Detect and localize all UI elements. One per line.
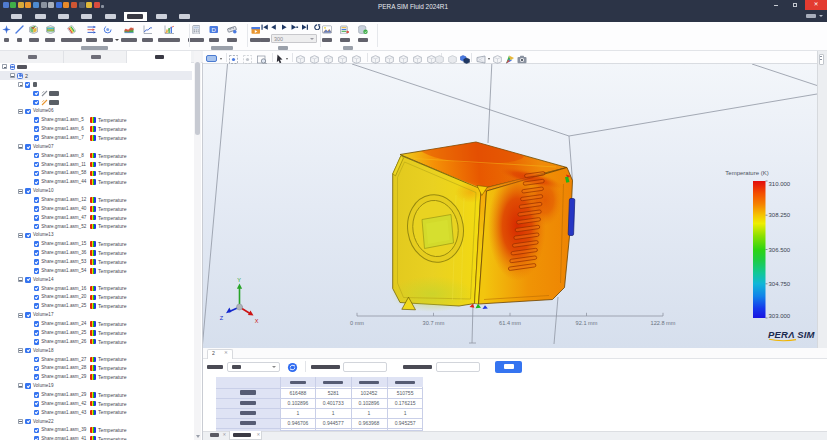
svg-text:Y: Y bbox=[237, 277, 241, 283]
svg-text:PERΛ SIM: PERΛ SIM bbox=[768, 329, 816, 340]
svg-text:306.500: 306.500 bbox=[769, 247, 791, 253]
svg-text:304.750: 304.750 bbox=[769, 281, 791, 287]
svg-text:X: X bbox=[255, 318, 259, 324]
svg-text:0 mm: 0 mm bbox=[350, 320, 364, 326]
svg-text:310.000: 310.000 bbox=[769, 181, 791, 187]
svg-text:D: D bbox=[212, 27, 217, 33]
svg-text:Temperature (K): Temperature (K) bbox=[725, 170, 768, 176]
svg-text:92.1 mm: 92.1 mm bbox=[576, 320, 598, 326]
svg-text:Z: Z bbox=[220, 315, 224, 321]
svg-text:303.000: 303.000 bbox=[769, 313, 791, 319]
svg-text:30.7 mm: 30.7 mm bbox=[423, 320, 445, 326]
svg-text:122.8 mm: 122.8 mm bbox=[651, 320, 676, 326]
svg-text:61.4 mm: 61.4 mm bbox=[499, 320, 521, 326]
svg-text:308.250: 308.250 bbox=[769, 212, 791, 218]
